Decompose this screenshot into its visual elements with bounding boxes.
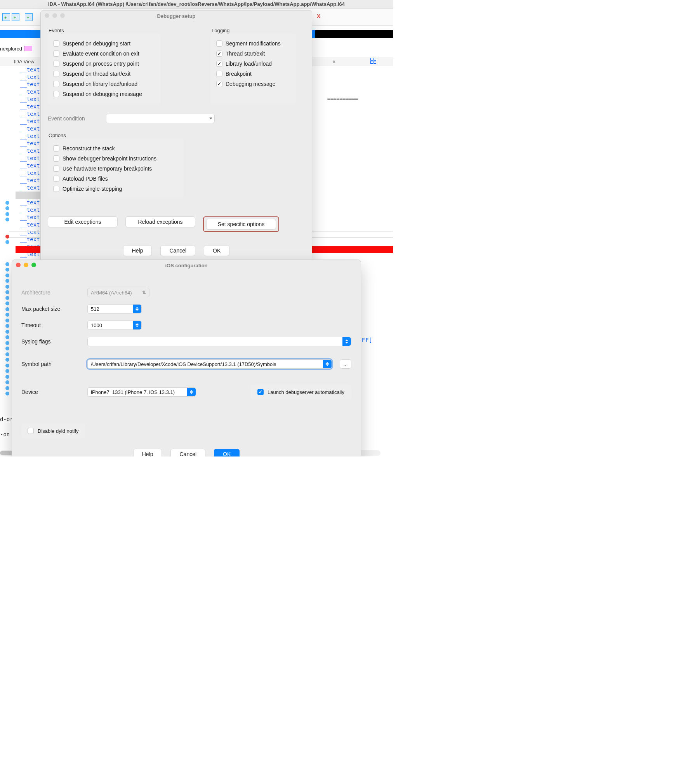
checkbox[interactable] <box>216 51 222 57</box>
stepper-icon[interactable] <box>133 321 141 329</box>
window-traffic-lights[interactable] <box>16 263 36 267</box>
disasm-line[interactable]: __text <box>20 169 40 177</box>
event-condition-select[interactable] <box>106 114 215 123</box>
syslog-flags-input[interactable] <box>87 337 351 346</box>
ios-configuration-dialog: iOS configuration Architecture ARM64 (AA… <box>12 260 361 456</box>
checkbox-row: Autoload PDB files <box>53 174 177 184</box>
cancel-button[interactable]: Cancel <box>160 245 195 256</box>
device-label: Device <box>21 389 80 395</box>
checkbox[interactable] <box>216 40 222 47</box>
help-button[interactable]: Help <box>133 449 162 456</box>
disasm-line[interactable]: __text <box>20 88 40 96</box>
checkbox-row: Suspend on thread start/exit <box>53 69 154 79</box>
disasm-line[interactable]: __text <box>20 103 40 110</box>
dropdown-icon[interactable] <box>187 388 196 396</box>
launch-debugserver-label: Launch debugserver automatically <box>268 389 344 395</box>
ok-button[interactable]: OK <box>214 449 240 456</box>
disasm-line[interactable]: __text <box>20 96 40 103</box>
disasm-line[interactable]: __text <box>20 162 40 169</box>
debugger-setup-dialog: Debugger setup Events Suspend on debuggi… <box>40 10 312 263</box>
disasm-line[interactable]: __text <box>20 66 40 73</box>
legend-label: nexplored <box>0 46 22 52</box>
checkbox-row: Reconstruct the stack <box>53 143 177 153</box>
checkbox-label: Suspend on debugging message <box>63 91 142 97</box>
checkbox[interactable] <box>216 61 222 67</box>
checkbox[interactable] <box>53 40 59 47</box>
group-label: Options <box>49 132 66 138</box>
disasm-line[interactable]: __text <box>20 206 40 214</box>
checkbox-row: Thread start/exit <box>216 49 290 59</box>
toolbar-icon[interactable]: + <box>12 13 19 21</box>
disasm-line[interactable]: __text <box>20 184 40 192</box>
help-button[interactable]: Help <box>123 245 152 256</box>
disasm-line[interactable]: __text <box>20 147 40 155</box>
checkbox[interactable] <box>53 71 59 77</box>
disasm-line[interactable]: __text <box>20 155 40 162</box>
toolbar-icon[interactable]: + <box>25 13 33 21</box>
checkbox[interactable] <box>216 81 222 87</box>
symbol-path-input[interactable]: /Users/crifan/Library/Developer/Xcode/iO… <box>87 359 332 369</box>
dropdown-icon[interactable] <box>342 337 351 346</box>
disasm-line[interactable]: __text <box>20 110 40 118</box>
events-group: Events Suspend on debugging startEvaluat… <box>48 34 160 104</box>
checkbox-label: Segment modifications <box>226 40 281 47</box>
window-traffic-lights[interactable] <box>45 13 65 18</box>
checkbox-row: Suspend on debugging start <box>53 38 154 49</box>
checkbox-label: Autoload PDB files <box>63 176 108 182</box>
checkbox[interactable] <box>53 145 59 152</box>
disasm-line[interactable]: __text <box>20 132 40 140</box>
disasm-line[interactable]: __text <box>20 81 40 88</box>
checkbox[interactable] <box>53 155 59 162</box>
timeout-input[interactable]: 1000 <box>87 321 142 330</box>
disasm-line[interactable]: __text <box>20 214 40 221</box>
checkbox[interactable] <box>216 71 222 77</box>
disasm-line[interactable]: __text <box>20 228 40 236</box>
disable-dyld-checkbox[interactable] <box>28 428 34 434</box>
reload-exceptions-button[interactable]: Reload exceptions <box>125 216 195 227</box>
device-select[interactable]: iPhone7_1331 (iPhone 7, iOS 13.3.1) <box>87 387 196 397</box>
cancel-button[interactable]: Cancel <box>170 449 205 456</box>
checkbox-label: Suspend on library load/unload <box>63 81 137 87</box>
close-icon[interactable]: X <box>317 13 319 19</box>
checkbox[interactable] <box>53 186 59 192</box>
checkbox-row: Evaluate event condition on exit <box>53 49 154 59</box>
toolbar-icon[interactable]: + <box>2 13 10 21</box>
checkbox-label: Suspend on process entry point <box>63 61 139 67</box>
disasm-line[interactable]: __text <box>20 73 40 81</box>
checkbox-row: Use hardware temporary breakpoints <box>53 164 177 174</box>
disasm-line[interactable]: __text <box>20 199 40 206</box>
checkbox-label: Debugging message <box>226 81 275 87</box>
checkbox[interactable] <box>53 81 59 87</box>
input-value: 512 <box>91 306 99 312</box>
checkbox[interactable] <box>53 176 59 182</box>
app-title: IDA - WhatsApp.i64 (WhatsApp) /Users/cri… <box>0 0 393 9</box>
checkbox-row: Debugging message <box>216 79 290 89</box>
disasm-line[interactable]: __text <box>20 177 40 184</box>
tab-ida-view[interactable]: IDA View <box>14 59 35 64</box>
disasm-line[interactable]: __text <box>20 221 40 228</box>
checkbox-label: Thread start/exit <box>226 51 265 57</box>
set-specific-options-button[interactable]: Set specific options <box>206 219 276 230</box>
browse-button[interactable]: ... <box>340 359 351 369</box>
checkbox[interactable] <box>53 51 59 57</box>
launch-debugserver-checkbox[interactable] <box>257 389 264 395</box>
event-condition-label: Event condition <box>48 115 98 122</box>
dialog-title: Debugger setup <box>157 13 196 19</box>
checkbox[interactable] <box>53 61 59 67</box>
disasm-line[interactable]: __text <box>20 140 40 147</box>
checkbox-label: Reconstruct the stack <box>63 145 115 152</box>
edit-exceptions-button[interactable]: Edit exceptions <box>48 216 118 227</box>
checkbox-row: Optimize single-stepping <box>53 184 177 194</box>
disasm-line[interactable]: __text <box>20 118 40 125</box>
checkbox-row: Suspend on library load/unload <box>53 79 154 89</box>
checkbox-label: Evaluate event condition on exit <box>63 51 139 57</box>
tab-close-icon[interactable]: × <box>332 59 335 64</box>
dropdown-icon[interactable] <box>323 360 332 368</box>
disasm-line[interactable]: __text <box>20 125 40 132</box>
panel-layout-icon[interactable] <box>370 58 377 65</box>
ok-button[interactable]: OK <box>204 245 229 256</box>
checkbox[interactable] <box>53 166 59 172</box>
max-packet-size-input[interactable]: 512 <box>87 304 142 314</box>
stepper-icon[interactable] <box>133 305 141 313</box>
checkbox[interactable] <box>53 91 59 97</box>
